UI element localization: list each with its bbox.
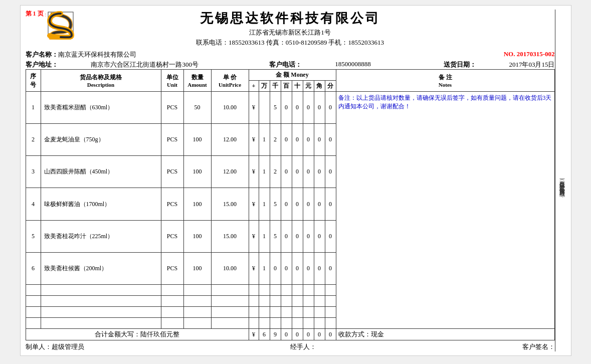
row-price <box>211 318 249 329</box>
row-yen: ¥ <box>249 252 259 284</box>
row-unit: PCS <box>161 156 183 188</box>
th-bai: 百 <box>281 81 292 92</box>
row-fen: 0 <box>325 220 336 252</box>
total-payment: 收款方式：现金 <box>336 329 554 340</box>
row-price: 10.00 <box>211 92 249 124</box>
row-qian <box>270 285 281 296</box>
total-row: 合计金额大写：陆仟玖佰元整 ¥ 6 9 0 0 0 0 0 收款方式：现金 <box>26 329 554 340</box>
row-bai: 0 <box>281 92 292 124</box>
row-seq: 1 <box>26 92 41 124</box>
total-bai: 0 <box>281 329 292 340</box>
row-bai <box>281 318 292 329</box>
row-seq: 4 <box>26 188 41 220</box>
row-price: 12.00 <box>211 124 249 156</box>
footer-row: 制单人：超级管理员 经手人： 客户签名： <box>26 342 555 351</box>
th-fen: 分 <box>325 81 336 92</box>
row-jiao: 0 <box>314 220 325 252</box>
th-desc: 货品名称及规格 Description <box>41 70 161 92</box>
customer-phone-value: 18500008888 <box>335 60 371 69</box>
row-jiao: 0 <box>314 252 325 284</box>
row-seq: 6 <box>26 252 41 284</box>
row-yuan: 0 <box>303 124 314 156</box>
row-unit <box>161 318 183 329</box>
customer-address-label: 客户地址： <box>26 60 58 69</box>
row-qian: 5 <box>270 188 281 220</box>
row-price: 10.00 <box>211 252 249 284</box>
row-amount: 100 <box>183 124 211 156</box>
row-qian: 2 <box>270 124 281 156</box>
sidebar-text: 一存根（白）二客户（红）三会计（黄）四请款（综） <box>558 176 565 188</box>
row-desc <box>41 318 161 329</box>
total-yuan: 0 <box>303 329 314 340</box>
row-bai <box>281 307 292 318</box>
row-seq <box>26 307 41 318</box>
th-wan: 万 <box>259 81 270 92</box>
row-fen <box>325 296 336 307</box>
row-jiao <box>314 318 325 329</box>
row-shi: 0 <box>292 188 303 220</box>
row-yuan: 0 <box>303 188 314 220</box>
row-shi: 0 <box>292 252 303 284</box>
row-unit <box>161 285 183 296</box>
row-wan: 1 <box>259 156 270 188</box>
th-seq: 序号 <box>26 70 41 92</box>
th-unit: 单位 Unit <box>161 70 183 92</box>
row-price: 12.00 <box>211 156 249 188</box>
row-bai <box>281 285 292 296</box>
row-bai: 0 <box>281 156 292 188</box>
table-header-row1: 序号 货品名称及规格 Description 单位 Unit 数量 Amount <box>26 70 554 81</box>
row-unit: PCS <box>161 124 183 156</box>
total-qian: 9 <box>270 329 281 340</box>
row-desc: 味极鲜鲜酱油（1700ml） <box>41 188 161 220</box>
row-unit <box>161 307 183 318</box>
row-unit: PCS <box>161 92 183 124</box>
row-desc: 金麦龙蚝油皇（750g） <box>41 124 161 156</box>
row-wan <box>259 285 270 296</box>
th-yuan: 元 <box>303 81 314 92</box>
row-price <box>211 285 249 296</box>
delivery-date-label: 送货日期： <box>444 60 476 69</box>
customer-sign-info: 客户签名： <box>522 342 555 351</box>
order-no-value: 20170315-002 <box>517 50 555 58</box>
row-amount: 100 <box>183 156 211 188</box>
row-jiao: 0 <box>314 92 325 124</box>
row-amount <box>183 307 211 318</box>
row-wan <box>259 92 270 124</box>
maker-info: 制单人：超级管理员 <box>26 342 84 351</box>
row-yen <box>249 296 259 307</box>
row-bai: 0 <box>281 220 292 252</box>
row-desc <box>41 296 161 307</box>
row-shi <box>292 307 303 318</box>
row-desc: 致美斋桂花咋汁（225ml） <box>41 220 161 252</box>
delivery-date-value: 2017年03月15日 <box>509 60 554 69</box>
row-qian: 2 <box>270 156 281 188</box>
company-contact: 联系电话：18552033613 传真：0510-81209589 手机：185… <box>26 38 555 47</box>
row-desc: 致美斋糯米甜醋（630ml） <box>41 92 161 124</box>
main-content: 第 1 页 共 1 页 无锡思达软件科技有限公司 江苏省无锡市新区长江路1号 联… <box>26 10 555 351</box>
customer-info-row2: 客户地址：南京市六合区江北街道杨村一路300号 客户电话：18500008888… <box>26 60 555 69</box>
row-wan: 1 <box>259 188 270 220</box>
row-shi: 0 <box>292 156 303 188</box>
total-jiao: 0 <box>314 329 325 340</box>
row-bai: 0 <box>281 188 292 220</box>
row-seq <box>26 318 41 329</box>
row-wan <box>259 296 270 307</box>
maker-value: 超级管理员 <box>52 343 84 350</box>
company-address: 江苏省无锡市新区长江路1号 <box>26 28 555 37</box>
row-yuan: 0 <box>303 252 314 284</box>
row-amount <box>183 296 211 307</box>
row-qian: 0 <box>270 252 281 284</box>
customer-sign-label: 客户签名： <box>522 343 555 350</box>
row-price: 15.00 <box>211 220 249 252</box>
row-fen: 0 <box>325 92 336 124</box>
order-no-label: NO. <box>504 50 515 58</box>
row-wan: 1 <box>259 252 270 284</box>
row-yuan: 0 <box>303 92 314 124</box>
th-qian: 千 <box>270 81 281 92</box>
right-sidebar: 一存根（白）二客户（红）三会计（黄）四请款（综） <box>555 10 566 351</box>
th-price: 单 价 UnitPrice <box>211 70 249 92</box>
row-wan <box>259 318 270 329</box>
header-section: 无锡思达软件科技有限公司 江苏省无锡市新区长江路1号 联系电话：18552033… <box>26 10 555 47</box>
row-seq <box>26 296 41 307</box>
row-unit: PCS <box>161 188 183 220</box>
